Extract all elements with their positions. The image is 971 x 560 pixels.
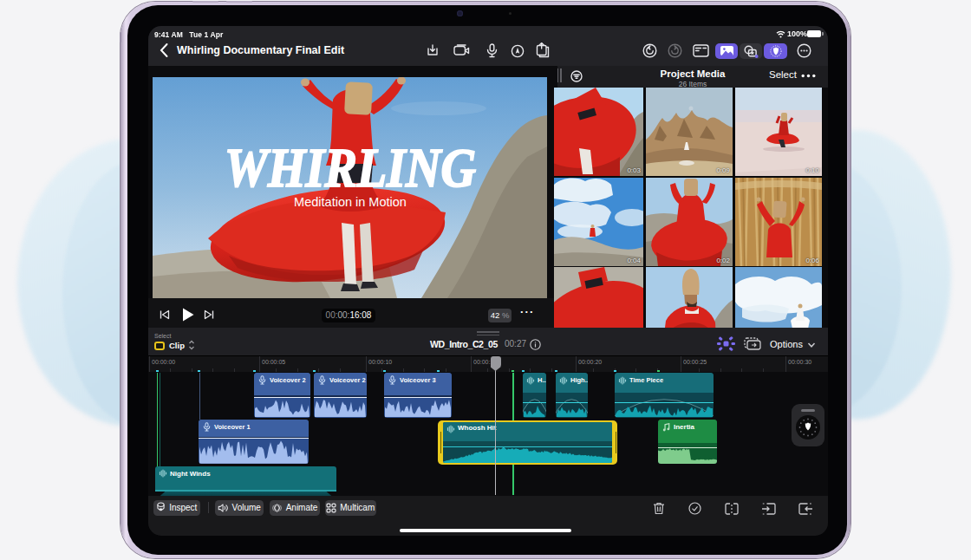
svg-text:Meditation in Motion: Meditation in Motion	[294, 195, 407, 209]
svg-text:WHIRLING: WHIRLING	[225, 138, 476, 199]
